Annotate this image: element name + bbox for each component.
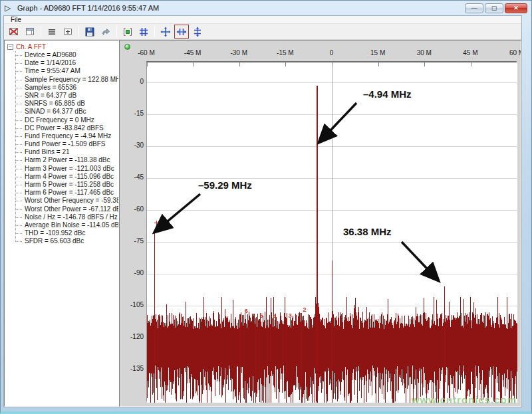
legend-list-button[interactable]: [45, 25, 59, 39]
fft-parameter-list: Device = AD9680Date = 1/14/2016Time = 9:…: [10, 51, 118, 246]
toolbar: [4, 24, 521, 40]
pan-icon: [160, 27, 171, 37]
save-icon: [84, 27, 95, 37]
tree-item[interactable]: Samples = 65536: [10, 84, 118, 92]
annotation-text: 36.38 MHz: [343, 226, 392, 237]
tree-item[interactable]: DC Power = -83.842 dBFS: [10, 124, 118, 132]
y-axis-tick-label: -105: [121, 301, 144, 308]
toolbar-separator: [41, 26, 41, 37]
toolbar-separator: [116, 26, 117, 37]
main-area: − Ch. A FFT Device = AD9680Date = 1/14/2…: [4, 40, 521, 407]
harmonic-label-5: 5: [260, 312, 263, 319]
tree-item[interactable]: Noise / Hz = -146.78 dBFS / Hz: [10, 213, 118, 221]
graph-window-icon: [25, 27, 35, 37]
y-axis-tick-label: -90: [121, 269, 144, 276]
y-axis-tick-label: -135: [121, 365, 144, 372]
pan-button[interactable]: [158, 25, 173, 39]
tree-item[interactable]: Device = AD9680: [10, 51, 118, 59]
y-axis-tick-label: -75: [121, 237, 144, 245]
plot-marker-icon: [122, 27, 133, 37]
annotation-text: –4.94 MHz: [363, 88, 412, 100]
tree-item[interactable]: SNRFS = 65.885 dB: [10, 100, 118, 108]
x-axis-tick-label: 60 M: [509, 49, 521, 56]
tree-item[interactable]: SFDR = 65.603 dBc: [10, 237, 118, 245]
graph-window-button[interactable]: [23, 25, 37, 39]
export-icon: [100, 27, 111, 37]
tree-item[interactable]: Sample Frequency = 122.88 MHz: [10, 76, 118, 84]
tree-item[interactable]: Harm 3 Power = -121.003 dBc: [10, 165, 118, 173]
toolbar-separator: [154, 26, 155, 37]
tree-item[interactable]: Worst Other Frequency = -59.38 MHz: [10, 197, 118, 205]
legend-list-icon: [47, 27, 57, 37]
x-axis-tick-label: 30 M: [417, 49, 432, 56]
toolbar-separator: [78, 26, 79, 37]
tree-item[interactable]: Average Bin Noise = -114.05 dBFS: [10, 221, 118, 229]
close-button[interactable]: ✕: [505, 3, 527, 13]
x-axis-tick-label: -60 M: [138, 49, 155, 56]
zoom-vertical-icon: [192, 27, 203, 37]
tree-item[interactable]: Date = 1/14/2016: [10, 59, 118, 67]
watermark: www.cntronics.com: [412, 394, 517, 405]
grid-button[interactable]: [136, 25, 151, 39]
fft-parameters-panel: − Ch. A FFT Device = AD9680Date = 1/14/2…: [4, 40, 119, 407]
window-title: Graph - AD9680 FFT 1/14/2016 9:55:47 AM: [17, 4, 465, 12]
tree-item[interactable]: Time = 9:55:47 AM: [10, 67, 118, 75]
harmonic-label-3: 3: [289, 312, 292, 319]
x-axis-tick-label: -45 M: [184, 49, 201, 56]
acquisition-led-icon: [124, 44, 130, 50]
y-axis-tick-label: -30: [121, 142, 144, 149]
tree-item[interactable]: Fund Power = -1.509 dBFS: [10, 140, 118, 148]
maximize-button[interactable]: ▢: [485, 3, 503, 13]
tree-item[interactable]: Worst Other Power = -67.112 dBFS: [10, 205, 118, 213]
menubar: File: [4, 16, 521, 24]
y-axis-tick-label: -15: [121, 110, 144, 117]
cursor-legend-button[interactable]: [61, 25, 75, 39]
titlebar: ▷ Graph - AD9680 FFT 1/14/2016 9:55:47 A…: [1, 1, 531, 15]
x-axis-tick-label: -30 M: [230, 49, 247, 56]
tree-item[interactable]: DC Frequency = 0 MHz: [10, 116, 118, 124]
zoom-horizontal-icon: [176, 27, 187, 37]
y-axis-tick-label: -60: [121, 205, 144, 213]
clear-graph-button[interactable]: [7, 25, 21, 39]
tree-root-label[interactable]: Ch. A FFT: [16, 43, 46, 51]
grid-icon: [138, 27, 149, 37]
y-axis-tick-label: -120: [121, 333, 144, 340]
tree-item[interactable]: Harm 5 Power = -115.258 dBc: [10, 181, 118, 189]
harmonic-label-6: 6: [245, 308, 248, 314]
tree-collapse-icon[interactable]: −: [7, 44, 13, 50]
harmonic-label-4: 4: [273, 313, 277, 320]
client-area: File − Ch. A FFT Device = AD9680Date = 1…: [3, 15, 522, 407]
zoom-vertical-button[interactable]: [190, 25, 205, 39]
clear-graph-icon: [9, 27, 19, 37]
fft-chart-panel[interactable]: www.cntronics.com -60 M-45 M-30 M-15 M01…: [119, 40, 521, 407]
x-axis-tick-label: 15 M: [370, 49, 385, 56]
export-button[interactable]: [98, 25, 113, 39]
y-axis-tick-label: -45: [121, 173, 144, 181]
tree-item[interactable]: Harm 2 Power = -118.38 dBc: [10, 156, 118, 164]
menu-file[interactable]: File: [8, 16, 24, 23]
run-arrow-icon: ▷: [5, 3, 14, 13]
x-axis-tick-label: 0: [330, 49, 334, 56]
tree-item[interactable]: Fund Bins = 21: [10, 148, 118, 156]
zoom-horizontal-button[interactable]: [174, 25, 189, 39]
tree-item[interactable]: Harm 4 Power = -115.096 dBc: [10, 173, 118, 181]
annotation-text: –59.29 MHz: [198, 179, 252, 191]
graph-window: ▷ Graph - AD9680 FFT 1/14/2016 9:55:47 A…: [0, 0, 532, 414]
minimize-button[interactable]: —: [465, 3, 483, 13]
x-axis-tick-label: -15 M: [277, 49, 294, 56]
y-axis-tick-label: 0: [121, 78, 144, 85]
spectrum-plot[interactable]: [146, 61, 517, 401]
tree-item[interactable]: SINAD = 64.377 dBc: [10, 108, 118, 116]
save-button[interactable]: [82, 25, 97, 39]
cursor-legend-icon: [63, 27, 73, 37]
x-axis-tick-label: 45 M: [463, 49, 477, 56]
harmonic-label-2: 2: [303, 306, 307, 313]
tree-item[interactable]: THD = -109.952 dBc: [10, 229, 118, 237]
tree-item[interactable]: SNR = 64.377 dB: [10, 92, 118, 100]
tree-item[interactable]: Fund Frequency = -4.94 MHz: [10, 132, 118, 140]
tree-item[interactable]: Harm 6 Power = -117.465 dBc: [10, 189, 118, 197]
plot-marker-button[interactable]: [120, 25, 135, 39]
